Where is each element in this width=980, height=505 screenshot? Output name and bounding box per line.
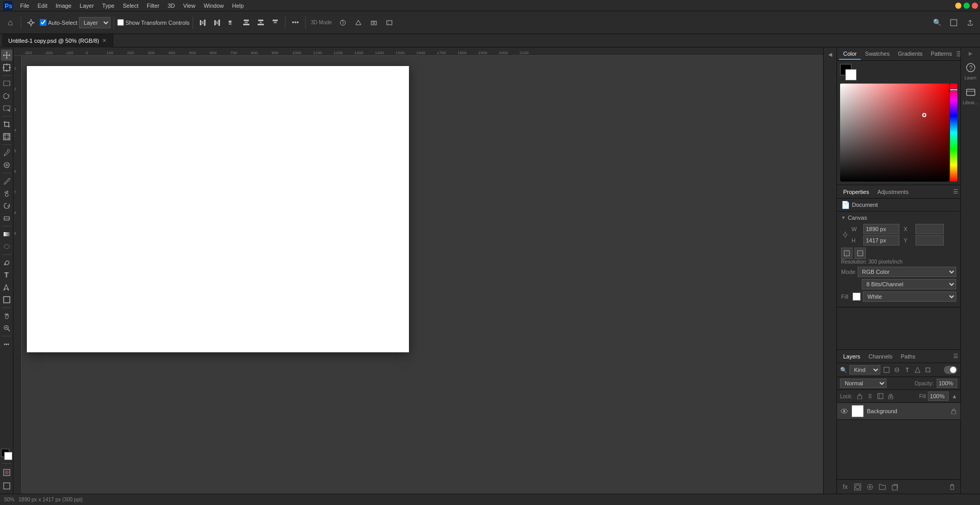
color-panel-menu[interactable]: ☰ <box>956 50 960 58</box>
move-tool-options[interactable] <box>24 16 38 29</box>
more-options-btn[interactable]: ••• <box>289 16 302 29</box>
3d-object-btn[interactable] <box>352 16 365 29</box>
opacity-input[interactable] <box>937 379 957 388</box>
text-filter-btn[interactable]: T <box>903 366 911 374</box>
canvas-section-header[interactable]: ▼ Canvas <box>841 215 956 221</box>
background-layer-item[interactable]: Background <box>837 403 960 420</box>
spot-healing-tool[interactable] <box>1 159 12 171</box>
gradient-tool[interactable] <box>1 229 12 240</box>
collapse-right-panel-btn[interactable]: ◀ <box>824 50 836 492</box>
canvas-x-input[interactable] <box>915 224 944 234</box>
history-brush-tool[interactable] <box>1 200 12 211</box>
fill-color-preview[interactable] <box>852 292 861 301</box>
bits-select[interactable]: 8 Bits/Channel 16 Bits/Channel 32 Bits/C… <box>862 279 956 289</box>
path-selection-tool[interactable] <box>1 282 12 293</box>
quick-mask-btn[interactable] <box>1 467 12 478</box>
layer-filter-select[interactable]: Kind <box>849 365 880 374</box>
delete-layer-btn[interactable] <box>947 482 957 492</box>
properties-tab[interactable]: Properties <box>839 187 873 197</box>
menu-filter[interactable]: Filter <box>143 2 163 10</box>
mode-select[interactable]: RGB Color CMYK Color Grayscale <box>858 267 956 277</box>
object-selection-tool[interactable] <box>1 103 12 114</box>
menu-view[interactable]: View <box>180 2 199 10</box>
adjustments-tab[interactable]: Adjustments <box>873 187 913 197</box>
eraser-tool[interactable] <box>1 213 12 224</box>
menu-select[interactable]: Select <box>119 2 143 10</box>
eyedropper-tool[interactable] <box>1 147 12 158</box>
paths-tab[interactable]: Paths <box>897 351 920 362</box>
libraries-panel-item[interactable]: Librar... <box>963 85 978 108</box>
layer-select[interactable]: Layer Group <box>79 17 110 28</box>
maximize-button[interactable] <box>963 3 970 9</box>
artboard-tool[interactable] <box>1 62 12 73</box>
new-adjustment-btn[interactable] <box>865 482 875 492</box>
pen-tool[interactable] <box>1 257 12 268</box>
text-tool[interactable]: T <box>1 269 12 281</box>
rectangular-marquee-tool[interactable] <box>1 78 12 89</box>
smart-filter-btn[interactable] <box>924 366 932 374</box>
layer-blend-mode-select[interactable]: Normal Multiply Screen <box>840 379 887 388</box>
gradients-tab[interactable]: Gradients <box>894 48 927 60</box>
screen-mode-btn[interactable] <box>947 16 960 29</box>
channels-tab[interactable]: Channels <box>864 351 896 362</box>
blur-tool[interactable] <box>1 241 12 252</box>
layers-panel-menu[interactable]: ☰ <box>953 353 958 360</box>
search-btn[interactable]: 🔍 <box>930 16 944 29</box>
adjustment-filter-btn[interactable] <box>893 366 901 374</box>
swatches-tab[interactable]: Swatches <box>861 48 894 60</box>
foreground-background-colors[interactable] <box>1 449 12 460</box>
fg-bg-color-boxes[interactable] <box>840 64 857 80</box>
screen-mode-tool-btn[interactable] <box>1 480 12 492</box>
3d-camera-btn[interactable] <box>367 16 381 29</box>
background-color[interactable] <box>4 452 12 460</box>
rectangle-tool[interactable] <box>1 294 12 305</box>
color-picker-area[interactable] <box>840 84 957 182</box>
add-mask-btn[interactable] <box>852 482 863 492</box>
align-left-btn[interactable] <box>196 16 210 29</box>
layer-fx-btn[interactable]: fx <box>840 482 850 492</box>
move-tool[interactable] <box>1 50 12 61</box>
patterns-tab[interactable]: Patterns <box>927 48 956 60</box>
zoom-tool[interactable] <box>1 322 12 334</box>
canvas-y-input[interactable] <box>915 235 944 246</box>
layer-visibility-toggle[interactable] <box>840 407 848 415</box>
new-group-btn[interactable] <box>877 482 888 492</box>
auto-select-option[interactable]: Auto-Select Layer Group <box>40 17 110 28</box>
lasso-tool[interactable] <box>1 90 12 102</box>
properties-panel-menu[interactable]: ☰ <box>953 188 958 195</box>
hand-tool[interactable] <box>1 310 12 321</box>
menu-help[interactable]: Help <box>229 2 248 10</box>
fill-input[interactable] <box>928 392 949 401</box>
brush-tool[interactable] <box>1 175 12 187</box>
fill-select[interactable]: White Black Transparent <box>863 291 956 302</box>
hue-indicator[interactable] <box>950 89 957 91</box>
share-btn[interactable] <box>963 16 977 29</box>
show-transform-option[interactable]: Show Transform Controls <box>117 19 189 26</box>
align-center-btn[interactable] <box>211 16 224 29</box>
align-right-btn[interactable] <box>225 16 239 29</box>
link-wh-icon[interactable] <box>841 231 849 239</box>
lock-artboards-btn[interactable] <box>876 392 884 400</box>
menu-edit[interactable]: Edit <box>34 2 51 10</box>
close-button[interactable] <box>972 3 978 9</box>
pixel-filter-btn[interactable] <box>882 366 891 374</box>
rotate-3d-btn[interactable] <box>336 16 350 29</box>
menu-layer[interactable]: Layer <box>76 2 98 10</box>
tab-close-btn[interactable]: ✕ <box>102 38 106 43</box>
minimize-button[interactable] <box>955 3 961 9</box>
menu-type[interactable]: Type <box>99 2 118 10</box>
canvas-width-input[interactable] <box>863 224 899 234</box>
lock-all-btn[interactable] <box>887 392 895 400</box>
menu-window[interactable]: Window <box>200 2 227 10</box>
canvas-height-input[interactable] <box>863 235 899 246</box>
learn-panel-item[interactable]: ? Learn <box>963 60 978 83</box>
background-color-box[interactable] <box>845 69 857 80</box>
new-layer-btn[interactable] <box>890 482 900 492</box>
lock-position-btn[interactable] <box>866 392 874 400</box>
menu-file[interactable]: File <box>17 2 33 10</box>
canvas-size-btn-2[interactable] <box>855 248 866 259</box>
align-top-btn[interactable] <box>240 16 253 29</box>
collapse-far-right-btn[interactable]: ▶ <box>969 51 973 56</box>
shape-filter-btn[interactable] <box>913 366 922 374</box>
color-tab[interactable]: Color <box>839 48 861 60</box>
